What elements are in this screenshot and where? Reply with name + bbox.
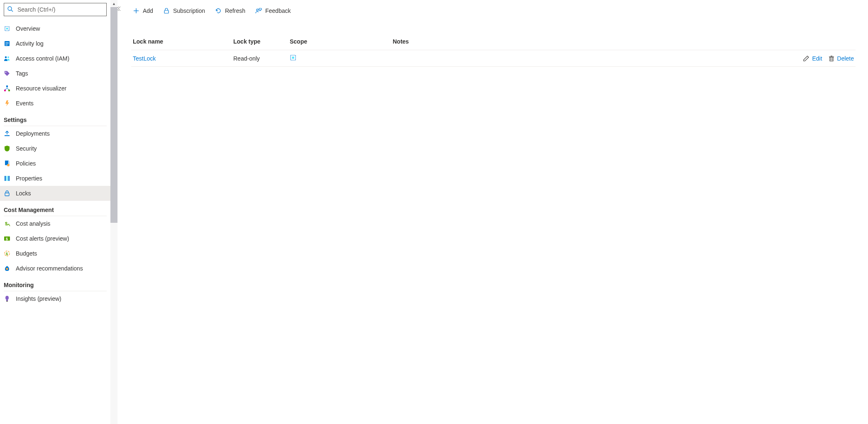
toolbar-label: Add — [143, 7, 153, 14]
sidebar-item-access-control[interactable]: Access control (IAM) — [0, 51, 110, 66]
sidebar-item-label: Tags — [16, 70, 28, 77]
svg-rect-33 — [164, 10, 169, 13]
sidebar-item-overview[interactable]: Overview — [0, 21, 110, 36]
svg-point-34 — [257, 9, 259, 11]
svg-rect-37 — [292, 57, 294, 59]
advisor-icon — [4, 265, 10, 272]
svg-rect-17 — [5, 135, 10, 136]
insights-icon — [4, 295, 10, 302]
resource-group-icon — [290, 54, 296, 61]
sidebar-item-label: Deployments — [16, 130, 50, 137]
locks-table: Lock name Lock type Scope Notes TestLock… — [131, 34, 856, 67]
svg-text:$: $ — [6, 252, 8, 256]
sidebar-item-deployments[interactable]: Deployments — [0, 126, 110, 141]
svg-rect-35 — [259, 8, 262, 10]
sidebar-item-properties[interactable]: Properties — [0, 171, 110, 186]
sidebar-item-budgets[interactable]: $ Budgets — [0, 246, 110, 261]
svg-line-15 — [5, 88, 7, 90]
svg-rect-23 — [5, 193, 9, 196]
sidebar-section-cost-management: Cost Management — [0, 201, 110, 216]
search-wrapper — [0, 0, 110, 16]
sidebar-item-locks[interactable]: Locks — [0, 186, 110, 201]
column-header-notes[interactable]: Notes — [393, 38, 773, 45]
add-button[interactable]: Add — [131, 5, 155, 17]
svg-point-19 — [7, 164, 10, 166]
feedback-button[interactable]: Feedback — [254, 5, 292, 17]
sidebar-item-security[interactable]: Security — [0, 141, 110, 156]
budgets-icon: $ — [4, 250, 10, 257]
sidebar-item-label: Locks — [16, 190, 31, 197]
delete-label: Delete — [837, 55, 854, 62]
sidebar-item-insights[interactable]: Insights (preview) — [0, 291, 110, 306]
lock-name-link[interactable]: TestLock — [131, 55, 233, 62]
sidebar-item-label: Resource visualizer — [16, 85, 66, 92]
cost-analysis-icon: $ — [4, 220, 10, 227]
tags-icon — [4, 70, 10, 77]
search-input[interactable] — [4, 3, 107, 16]
feedback-icon — [255, 7, 262, 14]
policies-icon — [4, 160, 10, 167]
sidebar-section-monitoring: Monitoring — [0, 276, 110, 291]
sidebar-item-label: Activity log — [16, 40, 44, 47]
activity-log-icon — [4, 40, 10, 47]
refresh-icon — [215, 7, 222, 14]
delete-button[interactable]: Delete — [828, 55, 854, 62]
svg-text:$: $ — [6, 237, 8, 241]
sidebar-item-activity-log[interactable]: Activity log — [0, 36, 110, 51]
sidebar-item-label: Insights (preview) — [16, 295, 61, 302]
sidebar-item-policies[interactable]: Policies — [0, 156, 110, 171]
svg-rect-20 — [5, 176, 6, 181]
edit-button[interactable]: Edit — [803, 55, 822, 62]
svg-text:$: $ — [5, 221, 7, 226]
svg-rect-38 — [830, 57, 833, 61]
svg-rect-11 — [6, 85, 8, 87]
table-header: Lock name Lock type Scope Notes — [131, 34, 856, 50]
svg-rect-13 — [8, 90, 10, 91]
scrollbar-thumb[interactable] — [110, 7, 117, 223]
svg-rect-30 — [6, 301, 8, 302]
pencil-icon — [803, 55, 809, 62]
column-header-name[interactable]: Lock name — [131, 38, 233, 45]
svg-rect-21 — [7, 176, 8, 181]
refresh-button[interactable]: Refresh — [213, 5, 247, 17]
svg-rect-6 — [5, 44, 9, 44]
scrollbar-up-icon[interactable]: ▲ — [110, 0, 117, 7]
sidebar-item-events[interactable]: Events — [0, 96, 110, 111]
plus-icon — [133, 7, 139, 14]
resource-group-icon — [4, 25, 10, 32]
events-icon — [4, 100, 10, 107]
sidebar-item-label: Properties — [16, 175, 42, 182]
table-row: TestLock Read-only Edit — [131, 50, 856, 67]
sidebar-item-advisor[interactable]: Advisor recommendations — [0, 261, 110, 276]
svg-line-16 — [7, 88, 9, 90]
lock-icon — [163, 7, 170, 14]
column-header-scope[interactable]: Scope — [290, 38, 393, 45]
sidebar-item-cost-analysis[interactable]: $ Cost analysis — [0, 216, 110, 231]
toolbar-label: Refresh — [225, 7, 245, 14]
column-header-type[interactable]: Lock type — [233, 38, 290, 45]
sidebar-item-resource-visualizer[interactable]: Resource visualizer — [0, 81, 110, 96]
sidebar-item-cost-alerts[interactable]: $ Cost alerts (preview) — [0, 231, 110, 246]
toolbar-label: Subscription — [173, 7, 205, 14]
svg-rect-5 — [5, 42, 9, 43]
svg-point-10 — [5, 72, 6, 73]
locks-icon — [4, 190, 10, 197]
sidebar-section-settings: Settings — [0, 111, 110, 126]
svg-rect-3 — [6, 28, 8, 29]
sidebar-scroll: Overview Activity log Access control (IA… — [0, 21, 110, 424]
trash-icon — [828, 55, 835, 62]
cost-alerts-icon: $ — [4, 235, 10, 242]
svg-point-29 — [6, 268, 8, 270]
resource-visualizer-icon — [4, 85, 10, 92]
main-content: Add Subscription Refresh Feedback — [126, 0, 868, 424]
subscription-button[interactable]: Subscription — [161, 5, 207, 17]
sidebar-item-label: Security — [16, 145, 37, 152]
toolbar-label: Feedback — [265, 7, 291, 14]
sidebar-scrollbar[interactable]: ▲ — [110, 0, 117, 424]
sidebar-item-tags[interactable]: Tags — [0, 66, 110, 81]
svg-point-9 — [7, 56, 9, 58]
lock-type-cell: Read-only — [233, 55, 290, 62]
properties-icon — [4, 175, 10, 182]
sidebar-item-label: Cost analysis — [16, 220, 50, 227]
toolbar: Add Subscription Refresh Feedback — [131, 1, 856, 21]
